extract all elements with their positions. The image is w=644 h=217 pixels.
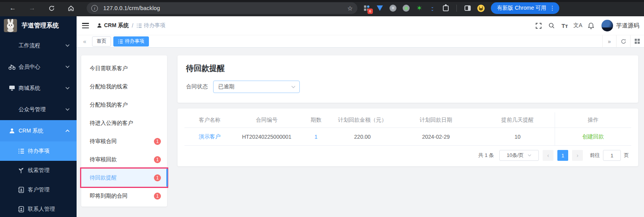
tab-layout-grid-icon[interactable] bbox=[630, 35, 644, 48]
col-actions: 操作 bbox=[555, 112, 631, 127]
site-info-icon[interactable]: i bbox=[91, 5, 98, 12]
menu-fold-icon[interactable] bbox=[82, 23, 89, 28]
tab-refresh-icon[interactable] bbox=[616, 35, 630, 48]
table-header-row: 客户名称 合同编号 期数 计划回款金额（元） 计划回款日期 提前几天提醒 操作 bbox=[184, 112, 631, 128]
url-text[interactable]: 127.0.0.1/crm/backlog bbox=[103, 5, 347, 11]
tabs-collapse-icon[interactable]: « bbox=[80, 38, 90, 45]
prev-page-button[interactable]: ‹ bbox=[543, 150, 553, 161]
list-icon bbox=[137, 23, 142, 28]
extension-icon-4[interactable] bbox=[402, 4, 410, 12]
username[interactable]: 芋道源码 bbox=[616, 22, 639, 29]
next-page-button[interactable]: › bbox=[572, 150, 583, 161]
menu-item-contact-today[interactable]: 今日需联系客户 bbox=[81, 59, 167, 78]
tab-home[interactable]: 首页 bbox=[92, 36, 111, 46]
font-size-icon[interactable]: Tт bbox=[558, 19, 571, 32]
cell-period-link[interactable]: 1 bbox=[299, 134, 333, 140]
chrome-update-button[interactable]: 有新版 Chrome 可用 bbox=[491, 2, 549, 14]
sidebar-item-contact-management[interactable]: 联系人管理 bbox=[0, 200, 77, 217]
browser-back-icon[interactable]: ← bbox=[6, 2, 19, 15]
extensions-puzzle-icon[interactable] bbox=[442, 4, 449, 12]
cell-remind-days: 10 bbox=[480, 134, 555, 140]
chevron-down-icon bbox=[65, 65, 70, 68]
app-title: 芋道管理系统 bbox=[22, 22, 59, 30]
create-payment-button[interactable]: 创建回款 bbox=[555, 128, 631, 145]
breadcrumb-separator: / bbox=[132, 22, 133, 29]
bicycle-icon bbox=[9, 64, 15, 71]
col-contract-no: 合同编号 bbox=[235, 117, 299, 124]
menu-scrollbar-thumb[interactable] bbox=[166, 169, 168, 187]
cell-date: 2024-02-29 bbox=[391, 134, 480, 140]
screen: ← → i 127.0.0.1/crm/backlog ☆ 6 ⌘ ✶ ⌄⌄ bbox=[0, 0, 644, 217]
sidebar-item-member-center[interactable]: 会员中心 bbox=[0, 56, 77, 78]
header: CRM 系统 / 待办事项 Tт 文A bbox=[77, 16, 644, 35]
browser-menu-icon[interactable]: ⋮ bbox=[549, 2, 559, 14]
pagination-total: 共 1 条 bbox=[478, 152, 494, 159]
count-badge: 1 bbox=[154, 138, 161, 145]
browser-toolbar: ← → i 127.0.0.1/crm/backlog ☆ 6 ⌘ ✶ ⌄⌄ bbox=[0, 0, 644, 16]
profile-avatar-icon[interactable] bbox=[477, 4, 485, 12]
extension-badge: 6 bbox=[367, 9, 373, 14]
count-badge: 1 bbox=[154, 156, 161, 163]
cell-contract-no: HT20240225000001 bbox=[235, 134, 299, 140]
chevron-down-icon bbox=[65, 44, 70, 47]
sidebar-item-todo[interactable]: 待办事项 bbox=[0, 141, 77, 161]
bookmark-star-icon[interactable]: ☆ bbox=[347, 5, 353, 12]
menu-item-clues-assigned[interactable]: 分配给我的线索 bbox=[81, 78, 167, 96]
user-icon bbox=[97, 23, 102, 28]
browser-forward-icon[interactable]: → bbox=[26, 2, 39, 15]
sidebar-item-crm-system[interactable]: CRM 系统 bbox=[0, 120, 77, 141]
menu-item-contracts-expiring[interactable]: 即将到期的合同1 bbox=[81, 187, 167, 205]
page-1-button[interactable]: 1 bbox=[557, 150, 568, 161]
breadcrumb: CRM 系统 / 待办事项 bbox=[97, 22, 166, 29]
sidebar-item-official-account[interactable]: 公众号管理 bbox=[0, 99, 77, 120]
filter-label: 合同状态 bbox=[186, 83, 208, 90]
extension-icon-6[interactable]: ⌄⌄ bbox=[429, 4, 436, 12]
chevron-down-icon bbox=[65, 108, 70, 111]
toolbar-divider bbox=[456, 5, 457, 12]
goto-page-input[interactable] bbox=[603, 150, 621, 161]
tabs-bar: « 首页 待办事项 » bbox=[77, 35, 644, 48]
menu-item-customers-to-pool[interactable]: 待进入公海的客户 bbox=[81, 114, 167, 132]
chevron-down-icon bbox=[65, 87, 70, 90]
sidebar-item-customer-management[interactable]: 客户管理 bbox=[0, 180, 77, 200]
app-logo bbox=[4, 19, 17, 32]
extension-icon-3[interactable]: ⌘ bbox=[389, 4, 397, 12]
breadcrumb-crm[interactable]: CRM 系统 bbox=[97, 22, 129, 29]
table-row: 演示客户 HT20240225000001 1 220.00 2024-02-2… bbox=[184, 128, 631, 146]
menu-item-customers-assigned[interactable]: 分配给我的客户 bbox=[81, 96, 167, 114]
monitor-icon bbox=[9, 85, 15, 92]
sidebar-item-workflow[interactable]: 工作流程 bbox=[0, 35, 77, 56]
menu-item-contracts-to-audit[interactable]: 待审核合同1 bbox=[81, 132, 167, 150]
extension-icon-5[interactable]: ✶ bbox=[415, 4, 423, 12]
extension-icon-2[interactable] bbox=[376, 4, 384, 12]
app-logo-row[interactable]: 芋道管理系统 bbox=[0, 16, 77, 35]
language-icon[interactable]: 文A bbox=[571, 19, 584, 32]
extension-icon-1[interactable]: 6 bbox=[363, 4, 371, 12]
user-avatar[interactable] bbox=[601, 20, 613, 31]
menu-item-receivables-to-audit[interactable]: 待审核回款1 bbox=[81, 150, 167, 169]
cell-customer-link[interactable]: 演示客户 bbox=[184, 133, 235, 140]
tabs-expand-icon[interactable]: » bbox=[602, 35, 616, 48]
search-icon[interactable] bbox=[545, 19, 558, 32]
menu-item-payment-reminder[interactable]: 待回款提醒1 bbox=[81, 169, 167, 187]
sidebar-item-clue-management[interactable]: 线索管理 bbox=[0, 161, 77, 180]
extensions-row: 6 ⌘ ✶ ⌄⌄ bbox=[363, 4, 485, 12]
contract-status-select[interactable]: 已逾期 bbox=[213, 81, 300, 93]
sidebar-item-mall-system[interactable]: 商城系统 bbox=[0, 78, 77, 99]
user-icon bbox=[9, 127, 15, 134]
breadcrumb-todo: 待办事项 bbox=[137, 22, 166, 29]
clue-icon bbox=[18, 167, 24, 174]
results-table: 客户名称 合同编号 期数 计划回款金额（元） 计划回款日期 提前几天提醒 操作 … bbox=[178, 108, 638, 166]
page-size-select[interactable]: 10条/页 bbox=[499, 150, 539, 161]
notification-bell-icon[interactable] bbox=[584, 19, 598, 32]
count-badge: 1 bbox=[154, 174, 161, 181]
browser-reload-icon[interactable] bbox=[45, 2, 58, 15]
browser-home-icon[interactable] bbox=[64, 2, 77, 15]
contact-card-icon bbox=[18, 206, 24, 213]
address-bar[interactable]: i 127.0.0.1/crm/backlog ☆ bbox=[87, 2, 357, 14]
tab-todo[interactable]: 待办事项 bbox=[113, 36, 149, 46]
fullscreen-icon[interactable] bbox=[532, 19, 545, 32]
count-badge: 1 bbox=[154, 193, 161, 200]
list-icon bbox=[118, 39, 123, 44]
side-panel-icon[interactable] bbox=[464, 4, 471, 12]
